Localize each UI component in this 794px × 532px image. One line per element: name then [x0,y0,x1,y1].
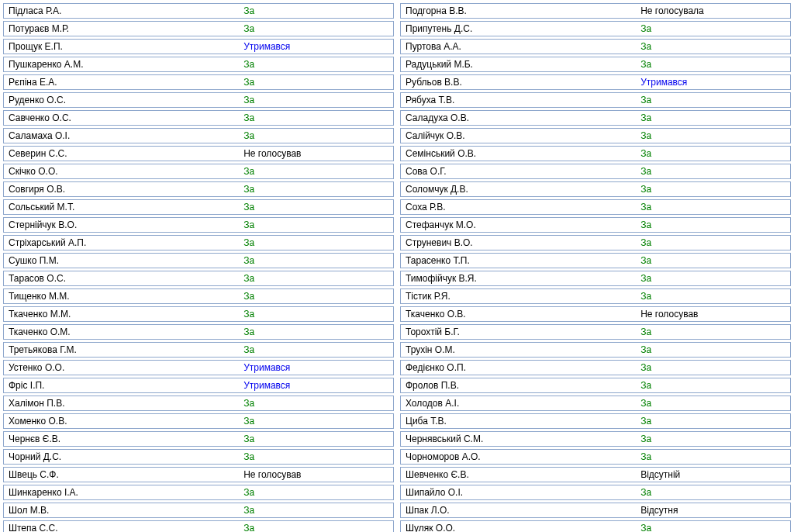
deputy-name: Северин С.С. [4,148,239,159]
vote-row: Чернєв Є.В.За [3,431,394,447]
vote-row: Семінський О.В.За [400,146,791,161]
vote-row: Швець С.Ф.Не голосував [3,467,394,482]
deputy-name: Тарасенко Т.П. [401,255,636,266]
deputy-name: Шпак Л.О. [401,505,636,516]
deputy-name: Соломчук Д.В. [401,184,636,195]
vote-row: Тарасов О.С.За [3,271,394,286]
deputy-vote: За [636,434,790,444]
deputy-vote: За [636,95,790,105]
deputy-name: Ткаченко М.М. [4,309,239,320]
deputy-vote: За [239,95,393,105]
deputy-name: Циба Т.В. [401,416,636,427]
deputy-vote: За [239,202,393,212]
deputy-vote: За [636,362,790,373]
vote-row: Шипайло О.І.За [400,485,791,500]
vote-row: Тістик Р.Я.За [400,288,791,304]
deputy-vote: Не голосувала [636,5,790,16]
deputy-vote: За [239,23,393,34]
vote-row: Шуляк О.О.За [400,520,791,532]
deputy-name: Шуляк О.О. [401,523,636,532]
deputy-vote: За [239,112,393,123]
deputy-vote: За [239,255,393,266]
deputy-vote: За [239,237,393,248]
deputy-name: Ткаченко О.М. [4,326,239,337]
vote-row: Халімон П.В.За [3,396,394,411]
deputy-vote: За [636,255,790,266]
deputy-name: Подгорна В.В. [401,5,636,16]
deputy-vote: За [636,237,790,248]
deputy-name: Соха Р.В. [401,202,636,212]
deputy-name: Тимофійчук В.Я. [401,273,636,284]
deputy-vote: За [239,487,393,498]
deputy-vote: За [239,523,393,532]
vote-row: Сольський М.Т.За [3,199,394,215]
vote-row: Федієнко О.П.За [400,360,791,375]
deputy-name: Федієнко О.П. [401,362,636,373]
vote-row: Третьякова Г.М.За [3,342,394,358]
vote-row: Циба Т.В.За [400,413,791,429]
deputy-vote: За [239,398,393,409]
deputy-vote: За [636,166,790,177]
deputy-vote: За [239,451,393,462]
deputy-vote: За [636,326,790,337]
vote-table: Підласа Р.А.ЗаПотураєв М.Р.ЗаПрощук Е.П.… [3,3,791,532]
deputy-name: Пушкаренко А.М. [4,59,239,70]
deputy-name: Саладуха О.В. [401,112,636,123]
vote-column-right: Подгорна В.В.Не голосувалаПрипутень Д.С.… [400,3,791,532]
vote-row: Саламаха О.І.За [3,128,394,143]
deputy-vote: За [239,219,393,230]
deputy-name: Фролов П.В. [401,380,636,391]
vote-row: Стефанчук М.О.За [400,217,791,233]
deputy-vote: За [239,309,393,320]
vote-row: Шинкаренко І.А.За [3,485,394,500]
deputy-name: Трухін О.М. [401,344,636,355]
deputy-vote: За [239,77,393,88]
deputy-name: Фріс І.П. [4,380,239,391]
deputy-vote: За [636,219,790,230]
vote-row: Скічко О.О.За [3,164,394,179]
vote-row: Прощук Е.П.Утримався [3,39,394,54]
deputy-name: Пуртова А.А. [401,41,636,52]
deputy-name: Руденко О.С. [4,95,239,105]
vote-row: Тимофійчук В.Я.За [400,271,791,286]
deputy-name: Рубльов В.В. [401,77,636,88]
vote-row: Штепа С.С.За [3,520,394,532]
deputy-name: Савченко О.С. [4,112,239,123]
vote-row: Фролов П.В.За [400,378,791,393]
deputy-vote: За [239,434,393,444]
vote-row: Саладуха О.В.За [400,110,791,126]
vote-row: Рябуха Т.В.За [400,92,791,108]
vote-row: Потураєв М.Р.За [3,21,394,36]
vote-row: Шпак Л.О.Відсутня [400,503,791,518]
vote-row: Совгиря О.В.За [3,181,394,197]
deputy-name: Сова О.Г. [401,166,636,177]
vote-row: Сова О.Г.За [400,164,791,179]
vote-row: Соломчук Д.В.За [400,181,791,197]
deputy-name: Штепа С.С. [4,523,239,532]
vote-row: Рєпіна Е.А.За [3,74,394,90]
deputy-vote: Утримався [239,41,393,52]
vote-row: Холодов А.І.За [400,396,791,411]
deputy-name: Швець С.Ф. [4,469,239,480]
deputy-vote: За [239,326,393,337]
deputy-vote: За [636,130,790,141]
deputy-name: Шипайло О.І. [401,487,636,498]
deputy-name: Устенко О.О. [4,362,239,373]
vote-row: Шол М.В.За [3,503,394,518]
vote-row: Радуцький М.Б.За [400,57,791,72]
deputy-name: Чернявський С.М. [401,434,636,444]
deputy-vote: За [636,273,790,284]
deputy-name: Третьякова Г.М. [4,344,239,355]
deputy-name: Тарасов О.С. [4,273,239,284]
vote-row: Шевченко Є.В.Відсутній [400,467,791,482]
deputy-name: Семінський О.В. [401,148,636,159]
deputy-name: Струневич В.О. [401,237,636,248]
deputy-name: Шол М.В. [4,505,239,516]
deputy-vote: Відсутній [636,469,790,480]
deputy-name: Хоменко О.В. [4,416,239,427]
deputy-vote: За [636,23,790,34]
vote-column-left: Підласа Р.А.ЗаПотураєв М.Р.ЗаПрощук Е.П.… [3,3,394,532]
deputy-vote: За [239,5,393,16]
vote-row: Ткаченко О.М.За [3,324,394,340]
vote-row: Тарасенко Т.П.За [400,253,791,268]
